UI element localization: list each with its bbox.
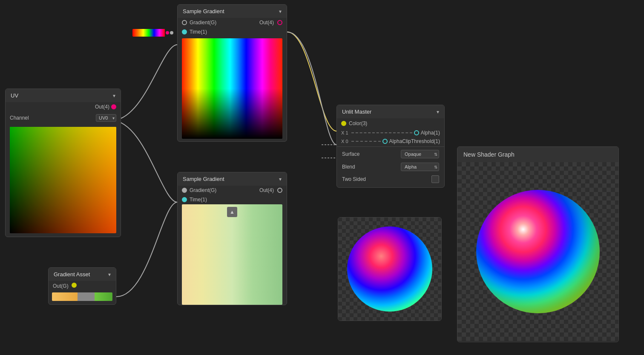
gradient-asset-title: Gradient Asset xyxy=(54,271,90,278)
sg-top-gradient-port[interactable] xyxy=(182,20,187,25)
two-sided-label: Two Sided xyxy=(342,176,366,182)
unlit-surface-select-wrapper[interactable]: OpaqueTransparent xyxy=(401,150,439,158)
unlit-alpha-row: X 1 Alpha(1) xyxy=(337,129,444,137)
sg-bottom-time-left: Time(1) xyxy=(182,197,207,203)
sg-bottom-gradient-row: Gradient(G) Out(4) xyxy=(178,186,287,195)
sample-gradient-top-header[interactable]: Sample Gradient ▾ xyxy=(178,5,287,18)
sample-gradient-bottom-node: Sample Gradient ▾ Gradient(G) Out(4) Tim… xyxy=(177,172,287,305)
gradient-mid xyxy=(78,292,95,301)
gradient-green xyxy=(95,292,112,301)
sample-gradient-top-node: Sample Gradient ▾ Gradient(G) Out(4) Tim… xyxy=(177,4,287,142)
unlit-master-node: Unlit Master ▾ Color(3) X 1 Alpha(1) X 0… xyxy=(336,105,445,188)
unlit-alphaclip-label: AlphaClipThreshold(1) xyxy=(389,138,440,144)
sg-top-time-row: Time(1) xyxy=(178,27,287,37)
gradient-asset-out-port[interactable] xyxy=(72,283,77,288)
sg-bottom-gradient-port[interactable] xyxy=(182,188,187,193)
sample-gradient-top-title: Sample Gradient xyxy=(183,8,224,14)
sg-top-time-port[interactable] xyxy=(182,29,187,34)
uv-node-header[interactable]: UV ▾ xyxy=(6,89,121,102)
sg-top-out-label: Out(4) xyxy=(259,20,274,26)
alphaclip-dash-line xyxy=(351,141,381,142)
gradient-rainbow xyxy=(132,29,165,37)
uv-channel-select-wrapper[interactable]: UV0UV1UV2UV3 xyxy=(96,114,116,122)
uv-out-port[interactable] xyxy=(111,104,116,109)
gradient-asset-chevron: ▾ xyxy=(108,272,111,278)
unlit-surface-select[interactable]: OpaqueTransparent xyxy=(401,150,439,158)
unlit-blend-label: Blend xyxy=(342,164,355,170)
uv-node: UV ▾ Out(4) Channel UV0UV1UV2UV3 xyxy=(5,89,121,237)
unlit-color-row: Color(3) xyxy=(337,118,444,129)
scroll-up-icon: ▲ xyxy=(230,209,235,215)
gradient-bar xyxy=(132,29,174,37)
unlit-alpha-port[interactable] xyxy=(414,130,419,135)
uv-channel-label: Channel xyxy=(10,115,29,121)
sample-gradient-bottom-header[interactable]: Sample Gradient ▾ xyxy=(178,172,287,186)
preview-sphere-left xyxy=(347,226,432,312)
divider-1 xyxy=(337,146,444,147)
two-sided-checkbox[interactable] xyxy=(431,175,439,183)
sg-bottom-gradient xyxy=(182,204,282,305)
sg-bottom-out-port[interactable] xyxy=(277,188,282,193)
gradient-asset-node: Gradient Asset ▾ Out(G) xyxy=(48,267,116,305)
uv-chevron-icon: ▾ xyxy=(113,93,115,99)
gradient-asset-preview xyxy=(52,292,112,301)
shader-graph-checkerboard xyxy=(457,162,618,341)
sample-gradient-top-chevron: ▾ xyxy=(279,9,282,14)
unlit-alphaclip-row: X 0 AlphaClipThreshold(1) xyxy=(337,137,444,146)
uv-channel-row: Channel UV0UV1UV2UV3 xyxy=(6,112,121,124)
uv-red-layer xyxy=(10,127,116,233)
unlit-alphaclip-port[interactable] xyxy=(382,139,388,144)
new-shader-graph-panel: New Shader Graph xyxy=(457,146,619,342)
sg-top-gradient xyxy=(182,38,282,139)
sg-bottom-time-row: Time(1) xyxy=(178,195,287,204)
uv-preview xyxy=(10,127,116,233)
uv-channel-select[interactable]: UV0UV1UV2UV3 xyxy=(96,114,116,122)
sg-bottom-gradient-label: Gradient(G) xyxy=(190,187,216,193)
sg-top-gradient-row: Gradient(G) Out(4) xyxy=(178,18,287,27)
sg-bottom-gradient-left: Gradient(G) xyxy=(182,187,216,193)
unlit-color-label: Color(3) xyxy=(349,120,367,126)
unlit-blend-select-wrapper[interactable]: AlphaAdditiveMultiply xyxy=(401,163,439,171)
gradient-asset-header[interactable]: Gradient Asset ▾ xyxy=(49,268,116,281)
x1-badge: X 1 xyxy=(341,130,350,135)
scroll-up-button[interactable]: ▲ xyxy=(227,207,237,217)
preview-left-panel xyxy=(338,217,442,321)
sg-bottom-time-label: Time(1) xyxy=(190,197,207,203)
dot-red xyxy=(166,31,169,34)
sg-bottom-out-right: Out(4) xyxy=(259,187,282,193)
sg-top-gradient-label: Gradient(G) xyxy=(190,20,216,26)
sg-top-gradient-left: Gradient(G) xyxy=(182,20,216,26)
uv-out-label: Out(4) xyxy=(95,104,109,110)
gradient-asset-out-row: Out(G) xyxy=(49,281,116,291)
unlit-blend-select[interactable]: AlphaAdditiveMultiply xyxy=(401,163,439,171)
sample-gradient-bottom-chevron: ▾ xyxy=(279,176,282,182)
sg-top-out-port[interactable] xyxy=(277,20,282,25)
sg-bottom-preview xyxy=(182,204,282,305)
unlit-color-port[interactable] xyxy=(341,121,346,126)
unlit-master-header[interactable]: Unlit Master ▾ xyxy=(337,105,444,118)
dot-gray xyxy=(170,31,173,34)
uv-node-title: UV xyxy=(11,92,18,99)
sample-gradient-bottom-title: Sample Gradient xyxy=(183,176,224,182)
alpha-dash-line xyxy=(351,132,412,133)
sg-top-time-label: Time(1) xyxy=(190,29,207,35)
sg-bottom-out-label: Out(4) xyxy=(259,187,274,193)
unlit-blend-row: Blend AlphaAdditiveMultiply xyxy=(337,160,444,173)
sg-bottom-time-port[interactable] xyxy=(182,197,187,202)
sg-top-out-right: Out(4) xyxy=(259,20,282,26)
sg-bottom-preview-container: ▲ xyxy=(178,204,287,305)
x0-badge: X 0 xyxy=(341,139,350,144)
gradient-warm xyxy=(52,292,78,301)
unlit-surface-label: Surface xyxy=(342,151,359,157)
sg-top-time-left: Time(1) xyxy=(182,29,207,35)
sg-top-preview xyxy=(182,38,282,139)
unlit-two-sided-row: Two Sided xyxy=(337,173,444,187)
unlit-master-title: Unlit Master xyxy=(342,109,371,115)
new-shader-graph-header: New Shader Graph xyxy=(457,147,618,162)
preview-sphere-right xyxy=(476,190,600,313)
unlit-alpha-label: Alpha(1) xyxy=(421,130,440,136)
new-shader-graph-title: New Shader Graph xyxy=(463,151,515,158)
uv-out-row: Out(4) xyxy=(6,102,121,112)
gradient-dots xyxy=(165,29,174,37)
gradient-asset-out-label: Out(G) xyxy=(53,283,69,289)
